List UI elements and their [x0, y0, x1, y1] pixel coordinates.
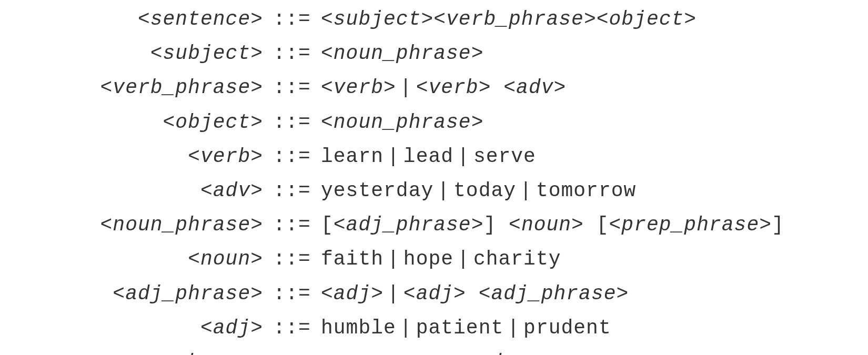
space [466, 282, 479, 305]
nonterminal: <noun_phrase> [321, 42, 483, 65]
defines-operator: ::= [263, 39, 321, 67]
defines-operator: ::= [263, 348, 321, 355]
rule-rhs: <prep> <noun_phrase> [321, 348, 847, 355]
terminal: hope [403, 248, 453, 270]
terminal: lead [403, 145, 453, 168]
rule-rhs: <verb>|<verb> <adv> [321, 74, 847, 102]
nonterminal: <verb> [416, 76, 491, 99]
defines-operator: ::= [263, 108, 321, 136]
defines-operator: ::= [263, 177, 321, 205]
rule-lhs: <sentence> [42, 5, 263, 33]
rule-rhs: humble|patient|prudent [321, 314, 847, 342]
nonterminal: <noun> [188, 248, 263, 270]
rule-lhs: <adj_phrase> [42, 280, 263, 308]
alternation: | [516, 177, 536, 205]
terminal: today [453, 179, 516, 202]
rule-rhs: [<adj_phrase>] <noun> [<prep_phrase>] [321, 211, 847, 239]
terminal: learn [321, 145, 383, 168]
space [396, 351, 409, 355]
terminal: yesterday [321, 179, 433, 202]
alternation: | [503, 314, 523, 342]
defines-operator: ::= [263, 211, 321, 239]
nonterminal: <object> [163, 111, 263, 134]
nonterminal: <adj> [403, 282, 466, 305]
nonterminal: <verb> [188, 145, 263, 168]
nonterminal: <adv> [503, 76, 566, 99]
alternation: | [396, 314, 416, 342]
nonterminal: <adj_phrase> [479, 282, 629, 305]
terminal: tomorrow [536, 179, 636, 202]
terminal: [ [597, 214, 609, 236]
terminal: serve [473, 145, 536, 168]
terminal: patient [416, 317, 504, 339]
nonterminal: <adv> [200, 179, 263, 202]
alternation: | [453, 143, 473, 170]
nonterminal: <adj> [321, 282, 383, 305]
rule-lhs: <object> [42, 108, 263, 136]
rule-rhs: <noun_phrase> [321, 39, 847, 67]
nonterminal: <adj_phrase> [334, 214, 484, 236]
space [584, 214, 597, 236]
terminal: charity [473, 248, 561, 270]
nonterminal: <subject> [321, 8, 433, 31]
rule-lhs: <noun> [42, 245, 263, 273]
nonterminal: <noun_phrase> [100, 214, 263, 236]
rule-lhs: <noun_phrase> [42, 211, 263, 239]
terminal: ] [772, 214, 784, 236]
alternation: | [383, 280, 403, 308]
alternation: | [433, 177, 453, 205]
rule-rhs: <adj>|<adj> <adj_phrase> [321, 280, 847, 308]
nonterminal: <noun_phrase> [321, 111, 483, 134]
alternation: | [383, 245, 403, 273]
terminal: ] [483, 214, 496, 236]
defines-operator: ::= [263, 74, 321, 102]
nonterminal: <prep_phrase> [100, 351, 263, 355]
nonterminal: <prep> [321, 351, 396, 355]
space [491, 76, 503, 99]
rule-rhs: faith|hope|charity [321, 245, 847, 273]
rule-lhs: <adj> [42, 314, 263, 342]
nonterminal: <noun> [509, 214, 584, 236]
rule-lhs: <adv> [42, 177, 263, 205]
defines-operator: ::= [263, 314, 321, 342]
grammar-grid: <sentence>::=<subject><verb_phrase><obje… [0, 0, 868, 355]
nonterminal: <sentence> [138, 8, 263, 31]
nonterminal: <subject> [150, 42, 263, 65]
terminal: prudent [523, 317, 611, 339]
terminal: [ [321, 214, 334, 236]
rule-lhs: <subject> [42, 39, 263, 67]
space [496, 214, 509, 236]
alternation: | [453, 245, 473, 273]
defines-operator: ::= [263, 143, 321, 170]
nonterminal: <adj> [200, 317, 263, 339]
rule-rhs: learn|lead|serve [321, 143, 847, 170]
nonterminal: <verb_phrase> [100, 76, 263, 99]
nonterminal: <adj_phrase> [113, 282, 263, 305]
rule-lhs: <prep_phrase> [42, 348, 263, 355]
rule-rhs: <noun_phrase> [321, 108, 847, 136]
nonterminal: <prep_phrase> [609, 214, 772, 236]
rule-lhs: <verb_phrase> [42, 74, 263, 102]
nonterminal: <verb_phrase> [433, 8, 596, 31]
rule-lhs: <verb> [42, 143, 263, 170]
rule-rhs: <subject><verb_phrase><object> [321, 5, 847, 33]
defines-operator: ::= [263, 5, 321, 33]
nonterminal: <object> [597, 8, 697, 31]
terminal: faith [321, 248, 383, 270]
terminal: humble [321, 317, 396, 339]
rule-rhs: yesterday|today|tomorrow [321, 177, 847, 205]
nonterminal: <verb> [321, 76, 396, 99]
alternation: | [383, 143, 403, 170]
nonterminal: <noun_phrase> [409, 351, 571, 355]
defines-operator: ::= [263, 245, 321, 273]
alternation: | [396, 74, 416, 102]
defines-operator: ::= [263, 280, 321, 308]
